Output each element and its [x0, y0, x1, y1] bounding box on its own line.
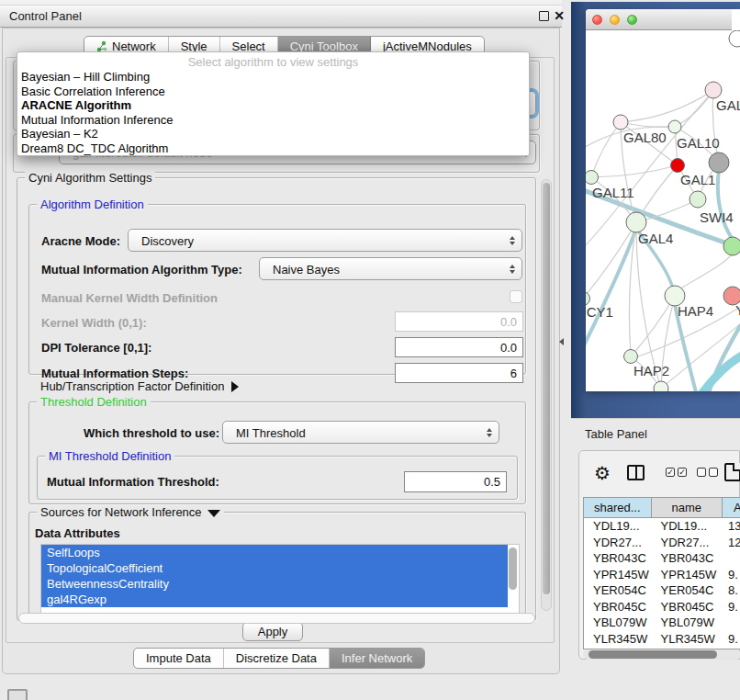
mi-threshold-label: Mutual Information Threshold:	[47, 475, 219, 489]
collapse-down-icon[interactable]	[207, 510, 220, 517]
algorithm-popup-placeholder: Select algorithm to view settings	[17, 52, 529, 70]
algorithm-option-bayesian-k2[interactable]: Bayesian – K2	[17, 127, 529, 141]
hub-definition-section[interactable]: Hub/Transcription Factor Definition	[40, 379, 239, 393]
column-header-a[interactable]: A	[723, 498, 740, 517]
attributes-scrollbar[interactable]	[509, 548, 517, 590]
import-table-icon[interactable]	[724, 463, 740, 481]
network-node-gal80[interactable]	[613, 115, 628, 130]
algorithm-dropdown-popup: Select algorithm to view settings Bayesi…	[17, 51, 530, 156]
close-traffic-light-icon[interactable]	[592, 15, 602, 25]
combo-stepper-icon	[510, 236, 515, 245]
table-panel-header: Table Panel	[571, 418, 740, 448]
mi-threshold-field[interactable]: 0.5	[404, 471, 507, 492]
control-panel-title: Control Panel	[0, 9, 82, 23]
algorithm-option-bayesian-hill-climbing[interactable]: Bayesian – Hill Climbing	[17, 70, 529, 85]
manual-kernel-checkbox[interactable]	[510, 290, 522, 303]
network-window[interactable]: GALGAL80GAL10GAL1GAL11GAL4SWI4GCY1HAP4YH…	[586, 9, 740, 391]
network-node[interactable]	[654, 381, 668, 391]
settings-scrollbar-thumb[interactable]	[543, 183, 550, 594]
splitter-collapse-icon[interactable]	[559, 338, 564, 345]
table-row[interactable]: YBL079WYBL079W	[584, 615, 740, 631]
threshold-definition-title: Threshold Definition	[37, 395, 151, 409]
deselect-all-columns-icon[interactable]	[697, 468, 718, 477]
which-threshold-combo[interactable]: MI Threshold	[222, 421, 499, 444]
table-row[interactable]: YDL19...YDL19...13	[584, 518, 740, 535]
network-window-titlebar[interactable]	[586, 9, 732, 30]
table-row[interactable]: YPR145WYPR145W9.	[584, 567, 740, 583]
minimized-panel-icon[interactable]	[7, 689, 28, 700]
control-panel-titlebar: Control Panel ✕	[0, 6, 562, 28]
mi-algorithm-type-label: Mutual Information Algorithm Type:	[41, 263, 242, 277]
gear-icon[interactable]: ⚙	[594, 462, 611, 484]
column-header-name[interactable]: name	[652, 498, 723, 517]
apply-button[interactable]: Apply	[242, 622, 303, 641]
zoom-traffic-light-icon[interactable]	[627, 15, 637, 25]
network-graph: GALGAL80GAL10GAL1GAL11GAL4SWI4GCY1HAP4YH…	[586, 30, 740, 391]
node-label-y: Y	[735, 302, 740, 318]
attribute-gal4rgexp[interactable]: gal4RGexp	[41, 592, 508, 607]
network-node[interactable]	[671, 159, 685, 173]
table-row[interactable]: YDR27...YDR27...12	[584, 535, 740, 551]
close-icon[interactable]: ✕	[553, 8, 566, 23]
algorithm-option-mutual-information-inference[interactable]: Mutual Information Inference	[17, 113, 529, 128]
kernel-width-label: Kernel Width (0,1):	[41, 316, 147, 330]
network-node-gal11[interactable]	[586, 171, 599, 185]
algorithm-popup-items: Bayesian – Hill ClimbingBasic Correlatio…	[17, 70, 529, 155]
settings-horizontal-scrollbar[interactable]	[18, 613, 535, 624]
network-node-gal4[interactable]	[626, 212, 646, 232]
table-cell: YBL079W	[652, 615, 723, 631]
bottom-tab-discretize-data[interactable]: Discretize Data	[224, 649, 330, 668]
table-panel-title: Table Panel	[585, 427, 647, 441]
mi-steps-label: Mutual Information Steps:	[41, 367, 188, 380]
bottom-tab-impute-data[interactable]: Impute Data	[134, 649, 224, 668]
table-row[interactable]: YBR043CYBR043C	[584, 550, 740, 567]
network-node-hap2[interactable]	[624, 350, 638, 364]
table-cell: YBR045C	[584, 599, 652, 615]
table-row[interactable]: YBR045CYBR045C9.	[584, 599, 740, 615]
node-label-gal4: GAL4	[638, 231, 673, 246]
dpi-tolerance-field[interactable]: 0.0	[395, 337, 523, 357]
mi-threshold-value: 0.5	[484, 475, 500, 489]
network-node-gal1[interactable]	[690, 191, 706, 208]
expand-right-icon[interactable]	[231, 381, 239, 392]
table-cell: 9.	[723, 567, 740, 583]
algorithm-definition-title: Algorithm Definition	[37, 198, 148, 211]
algorithm-definition-groupbox: Algorithm Definition Aracne Mode: Discov…	[28, 204, 526, 375]
sources-title[interactable]: Sources for Network Inference	[37, 505, 224, 519]
table-cell: 12	[723, 535, 740, 551]
attribute-topologicalcoefficient[interactable]: TopologicalCoefficient	[41, 560, 508, 576]
data-attributes-list[interactable]: SelfLoopsTopologicalCoefficientBetweenne…	[40, 544, 520, 615]
table-row[interactable]: YER054CYER054C8.	[584, 582, 740, 599]
network-node[interactable]	[709, 152, 729, 173]
mi-steps-field[interactable]: 6	[395, 363, 523, 383]
aracne-mode-label: Aracne Mode:	[41, 234, 120, 248]
network-canvas[interactable]: GALGAL80GAL10GAL1GAL11GAL4SWI4GCY1HAP4YH…	[586, 30, 740, 391]
algorithm-option-aracne-algorithm[interactable]: ARACNE Algorithm	[17, 98, 529, 113]
network-node-gal[interactable]	[705, 82, 722, 98]
select-all-columns-icon[interactable]: ✓✓	[666, 468, 687, 477]
mi-threshold-definition-groupbox: MI Threshold Definition Mutual Informati…	[37, 456, 518, 500]
column-header-shared[interactable]: shared...	[584, 498, 652, 517]
network-node-swi4[interactable]	[723, 237, 740, 255]
algorithm-option-dream8-dc-tdc-algorithm[interactable]: Dream8 DC_TDC Algorithm	[17, 141, 529, 156]
attribute-betweennesscentrality[interactable]: BetweennessCentrality	[41, 576, 508, 592]
table-cell: YER054C	[652, 582, 723, 599]
table-horizontal-scrollbar[interactable]	[583, 649, 740, 660]
minimize-traffic-light-icon[interactable]	[610, 15, 620, 25]
settings-vertical-scrollbar[interactable]	[541, 179, 552, 611]
attribute-selfloops[interactable]: SelfLoops	[41, 545, 508, 560]
table-row[interactable]: YLR345WYLR345W9.	[584, 631, 740, 648]
bottom-tab-discretize-data-label: Discretize Data	[236, 649, 317, 668]
bottom-tab-infer-network[interactable]: Infer Network	[330, 649, 424, 668]
network-node[interactable]	[729, 30, 740, 47]
mi-algorithm-type-combo[interactable]: Naive Bayes	[259, 257, 522, 280]
float-window-icon[interactable]	[539, 11, 549, 21]
columns-icon[interactable]	[627, 465, 645, 480]
dpi-tolerance-value: 0.0	[500, 341, 517, 355]
node-label-gal: GAL	[716, 97, 740, 113]
algorithm-option-basic-correlation-inference[interactable]: Basic Correlation Inference	[17, 85, 529, 99]
network-node-gal10[interactable]	[668, 120, 681, 133]
aracne-mode-combo[interactable]: Discovery	[128, 229, 522, 252]
table-scrollbar-thumb[interactable]	[589, 650, 717, 659]
kernel-width-field[interactable]: 0.0	[395, 311, 523, 332]
